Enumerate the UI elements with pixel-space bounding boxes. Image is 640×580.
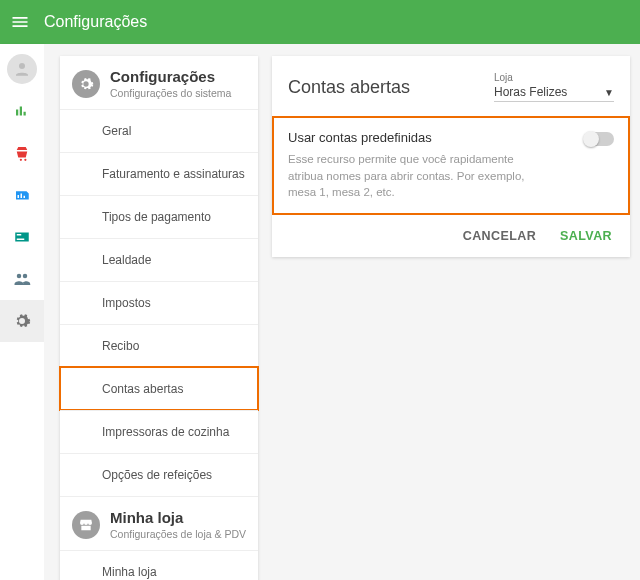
settings-section-title: Configurações xyxy=(110,68,231,85)
setting-title: Usar contas predefinidas xyxy=(288,130,548,145)
save-button[interactable]: SALVAR xyxy=(560,229,612,243)
menu-item-meal-options[interactable]: Opções de refeições xyxy=(60,453,258,496)
nav-item-inventory[interactable] xyxy=(0,174,44,216)
store-icon xyxy=(72,511,100,539)
store-select-value: Horas Felizes xyxy=(494,85,567,99)
svg-point-1 xyxy=(17,274,22,279)
menu-item-my-store[interactable]: Minha loja xyxy=(60,550,258,580)
menu-item-billing[interactable]: Faturamento e assinaturas xyxy=(60,152,258,195)
gear-icon xyxy=(72,70,100,98)
settings-section-header: Configurações Configurações do sistema xyxy=(60,56,258,109)
store-select-label: Loja xyxy=(494,72,614,83)
store-section-title: Minha loja xyxy=(110,509,246,526)
menu-item-payment-types[interactable]: Tipos de pagamento xyxy=(60,195,258,238)
nav-item-card[interactable] xyxy=(0,216,44,258)
nav-item-settings[interactable] xyxy=(0,300,44,342)
menu-item-general[interactable]: Geral xyxy=(60,109,258,152)
menu-item-receipt[interactable]: Recibo xyxy=(60,324,258,367)
store-select[interactable]: Loja Horas Felizes ▼ xyxy=(494,72,614,102)
menu-item-loyalty[interactable]: Lealdade xyxy=(60,238,258,281)
setting-description: Esse recurso permite que você rapidament… xyxy=(288,151,548,201)
nav-item-people[interactable] xyxy=(0,258,44,300)
main-title: Contas abertas xyxy=(288,77,410,98)
nav-rail xyxy=(0,44,44,580)
nav-item-analytics[interactable] xyxy=(0,90,44,132)
nav-item-cart[interactable] xyxy=(0,132,44,174)
topbar: Configurações xyxy=(0,0,640,44)
main-panel: Contas abertas Loja Horas Felizes ▼ Usar… xyxy=(272,56,630,580)
menu-item-taxes[interactable]: Impostos xyxy=(60,281,258,324)
svg-point-0 xyxy=(19,63,25,69)
hamburger-icon[interactable] xyxy=(10,12,30,32)
menu-item-open-accounts[interactable]: Contas abertas xyxy=(60,367,258,410)
predefined-accounts-setting: Usar contas predefinidas Esse recurso pe… xyxy=(272,116,630,215)
store-section-subtitle: Configurações de loja & PDV xyxy=(110,528,246,540)
settings-section-subtitle: Configurações do sistema xyxy=(110,87,231,99)
svg-point-2 xyxy=(23,274,28,279)
settings-sidebar: Configurações Configurações do sistema G… xyxy=(60,56,258,580)
store-section-header: Minha loja Configurações de loja & PDV xyxy=(60,496,258,550)
predefined-accounts-toggle[interactable] xyxy=(584,132,614,146)
cancel-button[interactable]: CANCELAR xyxy=(463,229,536,243)
chevron-down-icon: ▼ xyxy=(604,87,614,98)
avatar[interactable] xyxy=(7,54,37,84)
menu-item-kitchen-printers[interactable]: Impressoras de cozinha xyxy=(60,410,258,453)
page-title: Configurações xyxy=(44,13,147,31)
